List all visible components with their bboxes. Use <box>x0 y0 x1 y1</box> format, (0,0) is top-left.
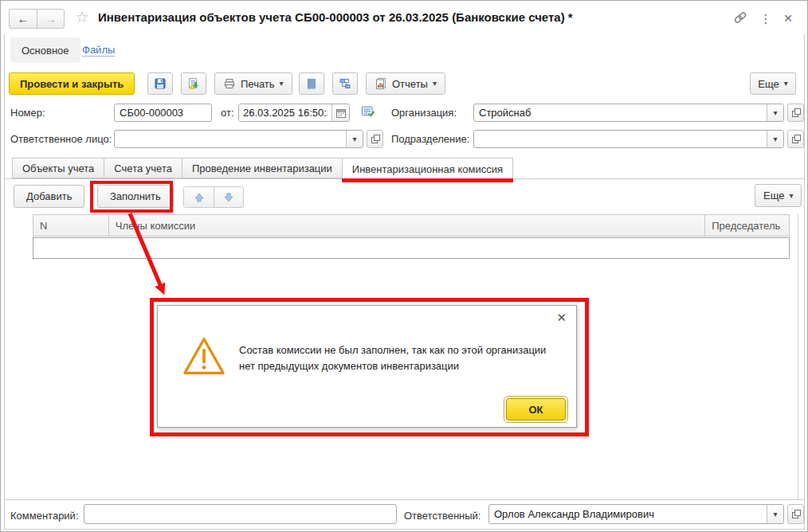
red-underline-annotation <box>342 178 513 182</box>
document-tabs: Объекты учета Счета учета Проведение инв… <box>12 158 512 180</box>
organization-dropdown-button[interactable]: ▾ <box>767 104 783 121</box>
dialog-message-line2: нет предыдущих документов инвентаризации <box>239 358 569 374</box>
fill-button[interactable]: Заполнить <box>97 185 174 208</box>
close-icon: ✕ <box>556 311 567 324</box>
chevron-down-icon: ▾ <box>773 109 777 117</box>
chevron-down-icon: ▾ <box>773 135 777 143</box>
more-actions-button-table[interactable]: Еще ▾ <box>755 184 802 207</box>
register-records-button[interactable] <box>299 72 324 95</box>
close-icon: ✕ <box>783 12 793 25</box>
open-value-icon <box>790 134 802 145</box>
number-label: Номер: <box>10 107 45 119</box>
department-open-button[interactable] <box>787 130 804 148</box>
favorite-star-icon[interactable]: ☆ <box>73 8 92 27</box>
chevron-down-icon: ▾ <box>773 510 777 518</box>
tab-label: Инвентаризационная комиссия <box>352 163 503 175</box>
empty-table-row[interactable] <box>33 237 790 259</box>
date-field-group <box>238 104 350 122</box>
responsible-value: Орлов Александр Владимирович <box>489 505 767 523</box>
column-header-members: Члены комиссии <box>109 215 705 236</box>
history-nav-group: ← → <box>9 9 65 29</box>
footer-divider <box>4 499 805 500</box>
move-down-button[interactable] <box>214 187 243 207</box>
responsible-person-label: Ответственное лицо: <box>10 133 112 145</box>
ok-button[interactable]: ОК <box>506 398 566 421</box>
responsible-person-dropdown-button[interactable]: ▾ <box>346 131 363 147</box>
save-button[interactable] <box>147 72 173 95</box>
warning-dialog: ✕ Состав комиссии не был заполнен, так к… <box>157 305 577 428</box>
organization-combo[interactable]: Стройснаб ▾ <box>473 104 784 122</box>
dialog-message: Состав комиссии не был заполнен, так как… <box>239 342 569 374</box>
open-value-icon <box>790 509 802 520</box>
close-window-button[interactable]: ✕ <box>779 9 798 28</box>
tab-inventory-commission[interactable]: Инвентаризационная комиссия <box>342 158 513 180</box>
table-scroll-divider <box>798 214 798 499</box>
calendar-icon <box>335 108 347 119</box>
back-button[interactable]: ← <box>10 10 37 28</box>
organization-open-button[interactable] <box>787 104 804 122</box>
page-title: Инвентаризация объектов учета СБ00-00000… <box>98 10 573 24</box>
tab-accounts[interactable]: Счета учета <box>104 158 182 178</box>
post-document-button[interactable] <box>181 72 206 95</box>
chevron-down-icon: ▾ <box>433 80 437 88</box>
column-header-chairman: Председатель <box>705 215 789 236</box>
report-chart-icon <box>375 77 387 90</box>
number-input[interactable] <box>114 104 212 122</box>
register-list-icon <box>305 77 318 90</box>
movement-structure-button[interactable] <box>332 72 358 95</box>
print-button[interactable]: Печать ▾ <box>214 72 292 95</box>
more-label: Еще <box>763 190 784 201</box>
chevron-down-icon: ▾ <box>789 192 793 200</box>
move-up-button[interactable] <box>184 187 214 207</box>
save-floppy-icon <box>154 77 167 90</box>
responsible-person-value <box>115 131 346 147</box>
responsible-open-button[interactable] <box>787 504 804 524</box>
reports-button[interactable]: Отчеты ▾ <box>366 72 445 95</box>
more-actions-button-top[interactable]: Еще ▾ <box>750 72 796 95</box>
posted-status-icon <box>361 104 375 119</box>
arrow-up-icon <box>194 192 205 203</box>
commission-table-header: N Члены комиссии Председатель <box>33 214 790 237</box>
forward-button[interactable]: → <box>37 10 64 28</box>
post-and-close-button[interactable]: Провести и закрыть <box>9 72 135 95</box>
responsible-label: Ответственный: <box>404 510 480 522</box>
arrow-down-icon <box>223 192 234 203</box>
dialog-close-button[interactable]: ✕ <box>556 311 567 325</box>
back-arrow-icon: ← <box>18 12 29 25</box>
department-dropdown-button[interactable]: ▾ <box>767 131 783 147</box>
calendar-picker-button[interactable] <box>331 104 349 121</box>
department-combo[interactable]: ▾ <box>473 130 784 148</box>
nav-tab-main[interactable]: Основное <box>10 37 80 63</box>
document-form-window: ← → ☆ Инвентаризация объектов учета СБ00… <box>0 0 808 532</box>
nav-tab-files[interactable]: Файлы <box>82 44 115 57</box>
date-input[interactable] <box>239 104 331 121</box>
move-row-group <box>183 186 244 208</box>
chain-link-icon <box>732 10 748 26</box>
more-label: Еще <box>758 78 779 90</box>
forward-arrow-icon: → <box>45 12 57 25</box>
open-value-icon <box>370 134 381 145</box>
responsible-person-open-button[interactable] <box>367 130 383 148</box>
chevron-down-icon: ▾ <box>784 80 788 88</box>
responsible-person-combo[interactable]: ▾ <box>114 130 363 148</box>
add-button[interactable]: Добавить <box>14 185 84 208</box>
more-menu-button[interactable]: ⋮ <box>756 9 775 28</box>
open-value-icon <box>790 108 802 119</box>
responsible-combo[interactable]: Орлов Александр Владимирович ▾ <box>488 504 784 524</box>
responsible-dropdown-button[interactable]: ▾ <box>767 505 783 523</box>
tab-accounting-objects[interactable]: Объекты учета <box>12 158 104 178</box>
tab-inventory-execution[interactable]: Проведение инвентаризации <box>182 158 343 178</box>
printer-icon <box>223 77 236 90</box>
comment-input[interactable] <box>84 504 397 524</box>
print-label: Печать <box>241 78 275 90</box>
reports-label: Отчеты <box>392 78 428 90</box>
organization-value: Стройснаб <box>474 104 767 121</box>
column-header-n: N <box>33 215 109 236</box>
get-link-button[interactable] <box>731 9 750 28</box>
dialog-message-line1: Состав комиссии не был заполнен, так как… <box>239 342 569 358</box>
post-document-icon <box>187 77 200 90</box>
department-value <box>474 131 767 147</box>
chevron-down-icon: ▾ <box>352 135 356 143</box>
comment-label: Комментарий: <box>10 510 79 522</box>
organization-label: Организация: <box>391 107 457 119</box>
